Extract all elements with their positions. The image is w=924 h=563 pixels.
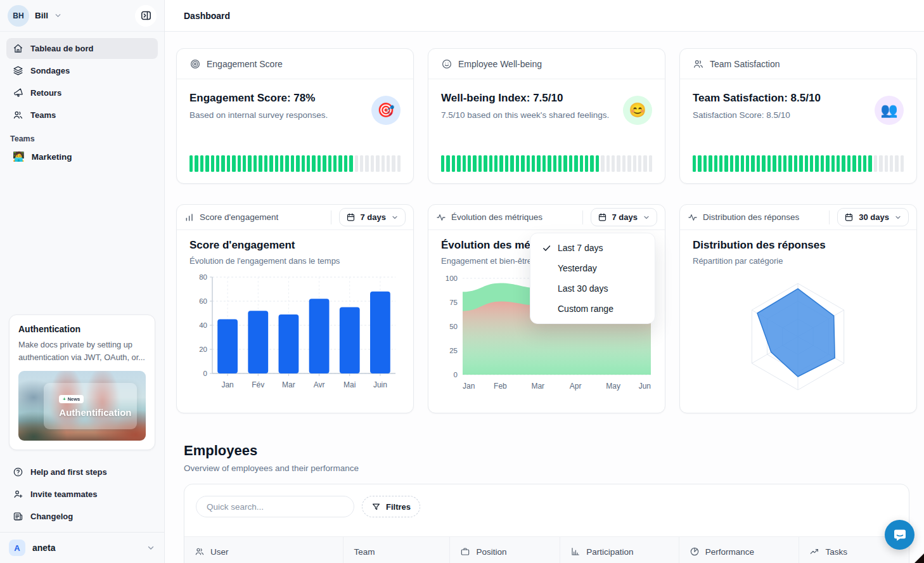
divider [582,210,583,224]
sidebar-item-label: Teams [30,110,56,120]
column-header-participation[interactable]: Participation [560,537,679,563]
chart-title: Score d'engagement [189,239,401,252]
stat-card-title: Team Satisfaction [710,59,780,69]
chart-subtitle: Répartition par catégorie [693,256,904,266]
sidebar-item-sondages[interactable]: Sondages [6,60,158,81]
svg-text:Mar: Mar [282,380,295,389]
progress-bar [428,155,665,183]
topbar: Dashboard [165,0,924,32]
stat-card-body: Team Satisfaction: 8.5/10 Satisfaction S… [680,79,916,155]
sidebar-item-tableau-de-bord[interactable]: Tableau de bord [6,38,158,59]
promo-image-title: Authentification [59,407,137,418]
chart-card-header: Score d'engagement 7 days [177,205,413,230]
employees-table-card: Filtres User Team Position [184,484,909,563]
chart-card-score-engagement: Score d'engagement 7 days [176,204,414,413]
promo-image[interactable]: +News Authentification [18,371,146,441]
target-icon [189,58,201,70]
funnel-icon [371,502,381,512]
team-item-label: Marketing [32,152,72,162]
menu-item-last-7-days[interactable]: Last 7 days [535,238,650,258]
menu-item-yesterday[interactable]: Yesterday [535,258,650,278]
stat-card-satisfaction: Team Satisfaction Team Satisfaction: 8.5… [679,48,917,184]
stat-card-body: Engagement Score: 78% Based on internal … [177,79,413,155]
smile-emoji-icon: 😊 [623,96,652,125]
charts-row: Score d'engagement 7 days [176,204,917,413]
chart-subtitle: Évolution de l'engagement dans le temps [189,256,401,266]
sidebar-item-help[interactable]: Help and first steps [6,462,158,482]
search-input[interactable] [196,496,354,517]
sidebar-nav: Tableau de bord Sondages Retours Teams [0,32,164,126]
authentication-promo-card[interactable]: Authentication Make docs private by sett… [9,314,155,450]
plus-icon: + [63,396,65,402]
svg-text:Mai: Mai [343,380,356,389]
svg-text:0: 0 [203,370,207,377]
intercom-chat-button[interactable] [885,520,914,550]
promo-description: Make docs private by setting up authenti… [18,339,146,364]
sidebar-item-marketing[interactable]: 🧑‍💻 Marketing [0,146,164,167]
stats-row: Engagement Score Engagement Score: 78% B… [176,48,917,184]
briefcase-icon [460,547,470,557]
svg-text:0: 0 [454,371,458,379]
stat-card-engagement: Engagement Score Engagement Score: 78% B… [176,48,414,184]
menu-item-last-30-days[interactable]: Last 30 days [535,278,650,299]
column-header-user[interactable]: User [184,537,343,563]
avatar[interactable]: BH [8,5,29,27]
svg-text:Jun: Jun [639,382,651,391]
workspace-switcher[interactable]: A aneta [0,532,164,563]
stat-card-wellbeing: Employee Well-being Well-being Index: 7.… [428,48,665,184]
menu-item-custom-range[interactable]: Custom range [535,299,650,319]
promo-title: Authentication [18,324,146,334]
chart-card-label: Évolution des métriques [451,212,542,222]
news-badge: +News [59,395,84,403]
svg-text:100: 100 [446,275,458,282]
table-header-row: User Team Position Participation [184,536,909,563]
range-select-button[interactable]: 7 days [339,208,406,226]
divider [331,210,331,224]
svg-text:Jan: Jan [463,382,475,391]
stat-card-body: Well-being Index: 7.5/10 7.5/10 based on… [428,79,665,155]
sidebar-item-label: Invite teammates [30,489,98,499]
calendar-icon [844,212,854,222]
chart-card-evolution-metriques: Évolution des métriques 7 days [428,204,665,413]
column-header-team[interactable]: Team [343,537,450,563]
sidebar-item-changelog[interactable]: Changelog [6,506,158,527]
chart-card-body: Score d'engagement Évolution de l'engage… [177,230,413,392]
teams-section-label: Teams [0,126,164,146]
svg-text:25: 25 [449,347,458,354]
user-name[interactable]: Bill [35,11,48,20]
sidebar-item-label: Retours [30,88,61,98]
page-title: Dashboard [184,11,230,21]
workspace-avatar: A [9,540,25,556]
employees-title: Employees [184,443,917,459]
filters-button[interactable]: Filtres [362,496,420,517]
stat-headline: Team Satisfaction: 8.5/10 [693,92,904,105]
chart-card-distribution-reponses: Distribution des réponses 30 days [679,204,917,413]
chart-card-label: Score d'engagement [200,212,278,222]
progress-bar [177,155,413,183]
svg-text:Juin: Juin [373,380,387,389]
chart-card-header: Évolution des métriques 7 days [428,205,665,230]
radar-chart [693,271,904,409]
calendar-icon [346,212,356,222]
range-select-button[interactable]: 30 days [837,208,909,226]
pie-chart-icon [690,547,700,557]
sidebar-item-retours[interactable]: Retours [6,82,158,103]
layers-icon [13,65,23,76]
sidebar-item-teams[interactable]: Teams [6,105,158,126]
table-toolbar: Filtres [184,484,909,529]
sidebar-item-invite[interactable]: Invite teammates [6,484,158,505]
divider [829,210,830,224]
column-header-position[interactable]: Position [450,537,560,563]
range-select-button[interactable]: 7 days [591,208,657,226]
stat-subtext: 7.5/10 based on this week's shared feeli… [441,110,652,120]
svg-text:40: 40 [199,321,207,329]
sidebar-item-label: Help and first steps [30,467,107,477]
svg-text:Apr: Apr [570,382,582,391]
svg-text:75: 75 [449,299,458,306]
chevron-down-icon [643,214,650,221]
column-header-performance[interactable]: Performance [679,537,800,563]
check-icon [541,242,552,254]
target-emoji-icon: 🎯 [371,96,401,125]
collapse-sidebar-icon[interactable] [135,5,157,27]
chevron-down-icon[interactable] [54,11,62,20]
